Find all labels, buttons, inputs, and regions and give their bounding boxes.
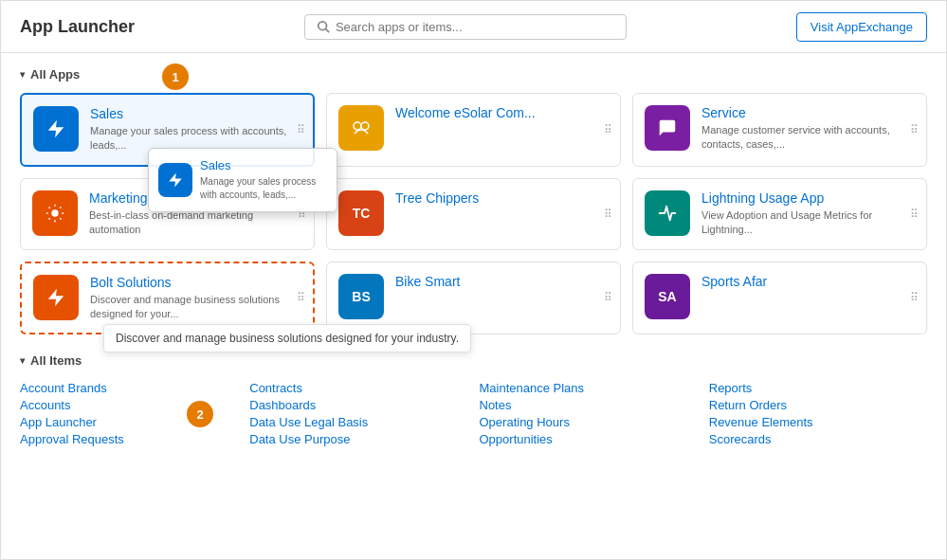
all-apps-section-header[interactable]: ▾ All Apps (20, 67, 927, 81)
main-content: ▾ All Apps Sales Manage your sales proce… (1, 53, 946, 559)
drag-handle-bolt[interactable]: ⠿ (297, 291, 305, 304)
svg-point-2 (354, 122, 361, 130)
search-input[interactable] (336, 20, 614, 34)
esolar-info: Welcome eSolar Com... (395, 105, 609, 123)
sales-icon (33, 106, 79, 152)
svg-line-1 (326, 29, 330, 33)
drag-handle-bike-smart[interactable]: ⠿ (604, 291, 612, 304)
search-bar[interactable] (304, 14, 627, 40)
app-card-lightning-usage[interactable]: Lightning Usage App View Adoption and Us… (632, 178, 927, 250)
tree-chippers-icon: TC (338, 190, 384, 236)
sales-name: Sales (90, 106, 301, 121)
bike-smart-name: Bike Smart (395, 274, 609, 289)
all-items-label: All Items (30, 353, 82, 368)
app-card-esolar[interactable]: Welcome eSolar Com... ⠿ (326, 93, 621, 167)
sports-afar-icon: SA (645, 274, 690, 319)
svg-point-3 (361, 122, 369, 130)
marketing-desc: Best-in-class on-demand marketing automa… (89, 208, 302, 238)
marketing-name: Marketing (89, 190, 302, 206)
all-apps-label: All Apps (30, 67, 80, 81)
items-col-3: Reports Return Orders Revenue Elements S… (709, 379, 927, 447)
items-col-2: Maintenance Plans Notes Operating Hours … (480, 379, 698, 447)
drag-handle-marketing[interactable]: ⠿ (298, 208, 306, 221)
svg-point-4 (51, 209, 58, 216)
bolt-name: Bolt Solutions (90, 275, 301, 290)
marketing-icon (32, 190, 78, 236)
bike-smart-info: Bike Smart (395, 274, 609, 292)
item-link-scorecards[interactable]: Scorecards (709, 427, 772, 451)
chevron-down-icon: ▾ (20, 69, 25, 80)
item-link-opportunities[interactable]: Opportunities (480, 427, 553, 451)
bolt-desc: Discover and manage business solutions d… (90, 293, 301, 322)
apps-grid: Sales Manage your sales process with acc… (20, 93, 927, 334)
svg-point-0 (319, 22, 327, 30)
tree-chippers-info: Tree Chippers (395, 190, 609, 208)
header: App Launcher Visit AppExchange (1, 1, 946, 53)
service-name: Service (701, 105, 915, 120)
bolt-info: Bolt Solutions Discover and manage busin… (90, 275, 301, 322)
app-card-tree-chippers[interactable]: TC Tree Chippers ⠿ (326, 178, 621, 250)
lightning-info: Lightning Usage App View Adoption and Us… (701, 190, 915, 238)
sports-afar-info: Sports Afar (701, 274, 915, 292)
app-launcher-window: App Launcher Visit AppExchange 1 2 ▾ All… (0, 0, 947, 560)
app-card-marketing[interactable]: Marketing Best-in-class on-demand market… (20, 178, 315, 250)
all-items-section-header[interactable]: ▾ All Items (20, 353, 927, 368)
chevron-down-icon-items: ▾ (20, 355, 25, 366)
items-grid: Account Brands Accounts App Launcher App… (20, 379, 927, 447)
bolt-tooltip: Discover and manage business solutions d… (103, 324, 471, 352)
lightning-name: Lightning Usage App (701, 190, 915, 206)
drag-handle-sales[interactable]: ⠿ (297, 123, 305, 136)
drag-handle-lightning[interactable]: ⠿ (910, 208, 919, 221)
app-card-sports-afar[interactable]: SA Sports Afar ⠿ (632, 262, 927, 335)
app-card-service[interactable]: Service Manage customer service with acc… (632, 93, 927, 167)
app-card-sales[interactable]: Sales Manage your sales process with acc… (20, 93, 315, 167)
badge-2: 2 (187, 401, 213, 427)
app-title: App Launcher (20, 17, 135, 37)
drag-handle-esolar[interactable]: ⠿ (604, 123, 612, 136)
badge-1: 1 (162, 63, 189, 90)
lightning-desc: View Adoption and Usage Metrics for Ligh… (701, 208, 915, 238)
service-icon (645, 105, 690, 151)
tree-chippers-name: Tree Chippers (395, 190, 609, 206)
search-icon (317, 20, 330, 33)
bike-smart-icon: BS (338, 274, 384, 319)
visit-appexchange-button[interactable]: Visit AppExchange (796, 12, 927, 42)
drag-handle-sports-afar[interactable]: ⠿ (910, 291, 919, 304)
content-area[interactable]: ▾ All Apps Sales Manage your sales proce… (1, 53, 946, 559)
esolar-icon (338, 105, 384, 151)
marketing-info: Marketing Best-in-class on-demand market… (89, 190, 302, 238)
esolar-name: Welcome eSolar Com... (395, 105, 609, 120)
sales-info: Sales Manage your sales process with acc… (90, 106, 301, 154)
sports-afar-name: Sports Afar (701, 274, 915, 289)
item-link-approval-requests[interactable]: Approval Requests (20, 427, 124, 451)
bolt-solutions-icon (33, 275, 79, 320)
service-info: Service Manage customer service with acc… (701, 105, 915, 153)
lightning-icon (645, 190, 690, 236)
drag-handle-service[interactable]: ⠿ (910, 123, 919, 136)
drag-handle-tree-chippers[interactable]: ⠿ (604, 208, 612, 221)
item-link-data-use-purpose[interactable]: Data Use Purpose (249, 427, 350, 451)
service-desc: Manage customer service with accounts, c… (701, 123, 915, 153)
items-col-1: Contracts Dashboards Data Use Legal Basi… (249, 379, 467, 447)
sales-desc: Manage your sales process with accounts,… (90, 124, 301, 154)
